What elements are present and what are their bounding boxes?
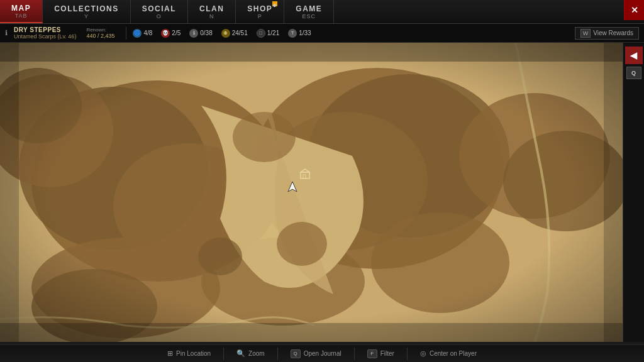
waypoint-icon: 🌀 bbox=[133, 29, 142, 38]
zoom-icon: 🔍 bbox=[236, 349, 245, 358]
pin-location-label: Pin Location bbox=[176, 350, 211, 357]
nav-game-label: GAME bbox=[296, 4, 322, 13]
svg-marker-28 bbox=[288, 182, 297, 192]
shop-notification-dot: ● bbox=[272, 1, 277, 6]
divider-3 bbox=[354, 348, 355, 360]
altars-value: 1/33 bbox=[299, 30, 311, 36]
svg-rect-23 bbox=[604, 43, 623, 342]
waypoints-value: 4/8 bbox=[143, 30, 152, 36]
nav-map-key: TAB bbox=[15, 13, 28, 19]
stat-events: ⊕ 24/51 bbox=[221, 29, 248, 38]
nav-collections-label: COLLECTIONS bbox=[54, 4, 119, 13]
open-journal-label: Open Journal bbox=[304, 350, 341, 357]
open-journal-action[interactable]: Q Open Journal bbox=[291, 349, 341, 358]
nav-collections[interactable]: COLLECTIONS Y bbox=[43, 0, 131, 23]
q-button[interactable]: Q bbox=[626, 67, 641, 79]
divider-1 bbox=[223, 348, 224, 360]
nav-shop[interactable]: SHOP P ● bbox=[236, 0, 284, 23]
bottom-bar: ⊞ Pin Location 🔍 Zoom Q Open Journal F F… bbox=[0, 344, 644, 362]
center-player-label: Center on Player bbox=[430, 350, 477, 357]
close-button[interactable]: ✕ bbox=[624, 0, 644, 20]
center-player-action[interactable]: ◎ Center on Player bbox=[420, 349, 477, 358]
filter-action[interactable]: F Filter bbox=[367, 349, 394, 358]
nav-social-label: SOCIAL bbox=[142, 4, 176, 13]
nav-map[interactable]: MAP TAB bbox=[0, 0, 43, 23]
svg-rect-22 bbox=[0, 43, 19, 342]
view-rewards-key: W bbox=[580, 29, 591, 38]
pin-icon: ⊞ bbox=[167, 349, 173, 358]
town-marker bbox=[299, 168, 311, 180]
nav-clan-key: N bbox=[209, 13, 214, 19]
svg-rect-26 bbox=[303, 175, 306, 178]
player-marker bbox=[287, 181, 297, 191]
svg-rect-21 bbox=[0, 323, 623, 342]
collapse-button[interactable]: ◀ bbox=[625, 47, 643, 64]
top-navigation: MAP TAB COLLECTIONS Y SOCIAL O CLAN N SH… bbox=[0, 0, 644, 24]
stat-dungeons: 💀 2/5 bbox=[161, 29, 180, 38]
cellars-value: 0/38 bbox=[200, 30, 212, 36]
nav-game[interactable]: GAME ESC bbox=[284, 0, 334, 23]
divider-4 bbox=[407, 348, 408, 360]
nav-clan-label: CLAN bbox=[199, 4, 224, 13]
nav-map-label: MAP bbox=[11, 4, 31, 13]
nav-social[interactable]: SOCIAL O bbox=[131, 0, 188, 23]
nav-game-key: ESC bbox=[303, 13, 316, 19]
nav-clan[interactable]: CLAN N bbox=[188, 0, 236, 23]
nav-social-key: O bbox=[157, 13, 162, 19]
svg-rect-20 bbox=[0, 43, 623, 62]
dungeon-icon: 💀 bbox=[161, 29, 170, 38]
svg-rect-19 bbox=[0, 43, 623, 342]
svg-marker-25 bbox=[301, 169, 309, 172]
divider-2 bbox=[277, 348, 278, 360]
nav-shop-label: SHOP bbox=[247, 4, 272, 13]
region-info: DRY STEPPES Untamed Scarps (Lv. 46) bbox=[14, 26, 76, 40]
map-background bbox=[0, 43, 623, 342]
dungeons-value: 2/5 bbox=[172, 30, 180, 36]
altar-icon: T bbox=[288, 29, 297, 38]
divider bbox=[126, 27, 126, 40]
sidequests-value: 1/21 bbox=[267, 30, 279, 36]
zoom-action[interactable]: 🔍 Zoom bbox=[236, 349, 265, 358]
sidequest-icon: □ bbox=[257, 29, 265, 38]
pin-location-action[interactable]: ⊞ Pin Location bbox=[167, 349, 211, 358]
map-area bbox=[0, 43, 623, 342]
stat-waypoints: 🌀 4/8 bbox=[133, 29, 152, 38]
renown-label: Renown: bbox=[86, 27, 114, 33]
stat-cellars: ℹ 0/38 bbox=[189, 29, 212, 38]
info-icon: ℹ bbox=[5, 29, 8, 37]
stats-bar: ℹ DRY STEPPES Untamed Scarps (Lv. 46) Re… bbox=[0, 24, 644, 43]
filter-key-icon: F bbox=[367, 349, 377, 358]
cellar-icon: ℹ bbox=[189, 29, 198, 38]
view-rewards-label: View Rewards bbox=[593, 30, 633, 36]
filter-label: Filter bbox=[380, 350, 394, 357]
events-value: 24/51 bbox=[232, 30, 248, 36]
stat-sidequests: □ 1/21 bbox=[257, 29, 279, 38]
nav-shop-key: P bbox=[258, 13, 262, 19]
journal-key-icon: Q bbox=[291, 349, 301, 358]
stat-altars: T 1/33 bbox=[288, 29, 311, 38]
right-panel: ◀ Q bbox=[623, 43, 644, 342]
region-subtitle: Untamed Scarps (Lv. 46) bbox=[14, 33, 76, 40]
renown-value: 440 / 2,435 bbox=[86, 33, 114, 39]
view-rewards-button[interactable]: W View Rewards bbox=[575, 27, 639, 40]
center-icon: ◎ bbox=[420, 349, 426, 358]
region-name: DRY STEPPES bbox=[14, 26, 76, 33]
zoom-label: Zoom bbox=[248, 350, 265, 357]
renown-section: Renown: 440 / 2,435 bbox=[86, 27, 114, 39]
svg-rect-24 bbox=[301, 172, 309, 178]
nav-collections-key: Y bbox=[84, 13, 89, 19]
event-icon: ⊕ bbox=[221, 29, 230, 38]
